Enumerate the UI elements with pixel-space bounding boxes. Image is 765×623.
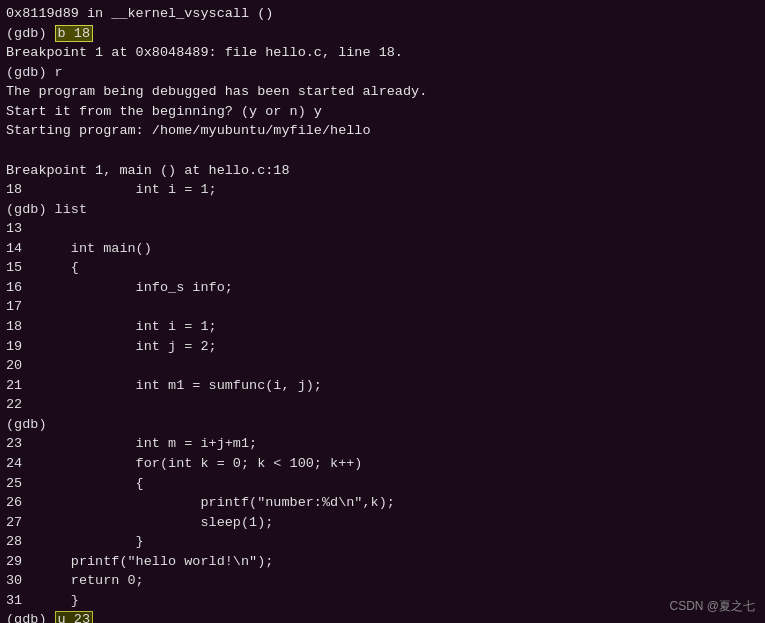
line-19: 20 (6, 356, 759, 376)
line-4: (gdb) r (6, 63, 759, 83)
line-14: 15 { (6, 258, 759, 278)
line-5: The program being debugged has been star… (6, 82, 759, 102)
line-12: 13 (6, 219, 759, 239)
line-8 (6, 141, 759, 161)
line-25: 25 { (6, 474, 759, 494)
line-24: 24 for(int k = 0; k < 100; k++) (6, 454, 759, 474)
line-26: 26 printf("number:%d\n",k); (6, 493, 759, 513)
line-3: Breakpoint 1 at 0x8048489: file hello.c,… (6, 43, 759, 63)
terminal: 0x8119d89 in __kernel_vsyscall () (gdb) … (0, 0, 765, 623)
line-7: Starting program: /home/myubuntu/myfile/… (6, 121, 759, 141)
line-23: 23 int m = i+j+m1; (6, 434, 759, 454)
line-17: 18 int i = 1; (6, 317, 759, 337)
line-29: 29 printf("hello world!\n"); (6, 552, 759, 572)
line-31: 31 } (6, 591, 759, 611)
line-18: 19 int j = 2; (6, 337, 759, 357)
line-21: 22 (6, 395, 759, 415)
line-16: 17 (6, 297, 759, 317)
line-10: 18 int i = 1; (6, 180, 759, 200)
watermark: CSDN @夏之七 (669, 598, 755, 615)
line-28: 28 } (6, 532, 759, 552)
line-30: 30 return 0; (6, 571, 759, 591)
line-11: (gdb) list (6, 200, 759, 220)
line-13: 14 int main() (6, 239, 759, 259)
line-1: 0x8119d89 in __kernel_vsyscall () (6, 4, 759, 24)
line-9: Breakpoint 1, main () at hello.c:18 (6, 161, 759, 181)
line-6: Start it from the beginning? (y or n) y (6, 102, 759, 122)
line-2: (gdb) b 18 (6, 24, 759, 44)
line-22: (gdb) (6, 415, 759, 435)
line-20: 21 int m1 = sumfunc(i, j); (6, 376, 759, 396)
line-15: 16 info_s info; (6, 278, 759, 298)
line-32: (gdb) u 23 (6, 610, 759, 623)
line-27: 27 sleep(1); (6, 513, 759, 533)
